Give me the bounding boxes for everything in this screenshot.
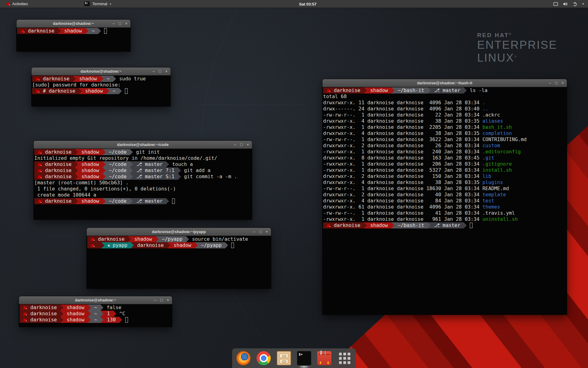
window-titlebar[interactable]: darknoise@shadow:~/code –□× xyxy=(34,141,252,149)
redhat-icon xyxy=(36,78,40,80)
powerline-arrow xyxy=(428,222,431,228)
prompt-segment: shadow xyxy=(78,149,103,155)
terminal-screen[interactable]: darknoiseshadow~sudo true[sudo] password… xyxy=(32,75,171,106)
dock-item-files[interactable] xyxy=(277,351,291,365)
activities-label: Activities xyxy=(12,2,28,6)
ls-filename: CONTRIBUTING.md xyxy=(482,136,527,142)
powerline-arrow xyxy=(178,167,181,174)
terminal-screen[interactable]: darknoiseshadow~/bash-it⎇ masterls -lato… xyxy=(322,87,567,315)
ls-filename: lib xyxy=(482,173,491,179)
prompt-line: darknoiseshadow~/code⎇ master ?:1git add… xyxy=(34,167,251,174)
prompt-segment: # darknoise xyxy=(32,88,79,94)
ls-filename: plugins xyxy=(482,179,503,185)
window-titlebar[interactable]: darknoise@shadow:~ –□× xyxy=(19,296,172,304)
redhat-icon xyxy=(38,200,42,203)
brand-line-1: RED HAT® xyxy=(477,32,557,39)
minimize-button[interactable]: – xyxy=(112,21,115,25)
output-line: [master (root-commit) 50bcb63] . xyxy=(34,180,251,186)
clock[interactable]: Sat 03:57 xyxy=(299,0,316,8)
terminal-cursor xyxy=(172,198,175,204)
window-titlebar[interactable]: darknoise@shadow:~/pyapp –□× xyxy=(87,228,271,236)
ls-fields: drwx------. 24 darknoise darknoise 4096 … xyxy=(323,106,482,112)
close-button[interactable]: × xyxy=(561,81,564,85)
ls-filename: test xyxy=(482,198,494,204)
terminal-screen[interactable]: darknoiseshadow~/codegit initInitialized… xyxy=(34,149,252,220)
dock-item-firefox[interactable] xyxy=(236,351,251,365)
wallpaper-line xyxy=(201,105,305,105)
redhat-icon xyxy=(91,244,95,247)
powerline-arrow xyxy=(75,167,78,174)
prompt-line: darknoiseshadow~sudo true xyxy=(32,76,170,82)
minimize-button[interactable]: – xyxy=(154,298,156,302)
prompt-line: darknoiseshadow~/code⎇ master xyxy=(34,198,251,204)
dock-item-terminal[interactable]: $> xyxy=(297,351,311,365)
dock-item-toolbox[interactable] xyxy=(317,351,331,365)
prompt-segment: darknoise xyxy=(20,317,60,323)
window-title: darknoise@shadow:~/bash-it xyxy=(417,81,473,85)
ls-filename: .git xyxy=(482,155,494,161)
prompt-segment: ~/bash-it xyxy=(394,222,428,228)
powerline-arrow xyxy=(364,87,367,94)
maximize-button[interactable]: □ xyxy=(160,298,163,302)
close-button[interactable]: × xyxy=(167,298,169,302)
maximize-button[interactable]: □ xyxy=(119,21,121,25)
minimize-button[interactable]: – xyxy=(549,81,551,85)
powerline-arrow xyxy=(60,305,63,311)
window-controls: –□× xyxy=(549,79,564,87)
ls-output-line: -rw-rw-r--. 1 darknoise darknoise 41 Jan… xyxy=(323,210,566,216)
activities-button[interactable]: Activities xyxy=(4,0,30,8)
command-text: ls -la xyxy=(467,87,488,94)
terminal-screen[interactable]: darknoiseshadow~/pyappsource bin/activat… xyxy=(87,236,271,289)
redhat-icon xyxy=(326,89,330,92)
ls-filename: bash_it.sh xyxy=(482,124,512,130)
prompt-line: darknoiseshadow~/codegit init xyxy=(34,149,251,155)
close-button[interactable]: × xyxy=(125,21,127,25)
close-button[interactable]: × xyxy=(266,230,268,234)
ls-output-line: drwxrwxr-x. 4 darknoise darknoise 38 Jan… xyxy=(323,130,566,136)
desktop: { "topbar": { "activities_label": "Activ… xyxy=(0,0,588,368)
prompt-segment: shadow xyxy=(78,161,103,167)
powerline-arrow xyxy=(106,88,109,94)
ls-filename: completion xyxy=(482,130,512,136)
minimize-button[interactable]: – xyxy=(234,143,236,147)
close-button[interactable]: × xyxy=(247,143,249,147)
terminal-window-code: darknoise@shadow:~/code –□× darknoisesha… xyxy=(34,141,252,220)
minimize-button[interactable]: – xyxy=(153,69,155,73)
window-title: darknoise@shadow:~/pyapp xyxy=(152,229,206,234)
window-titlebar[interactable]: darknoise@shadow:~/bash-it –□× xyxy=(322,79,567,87)
ls-fields: -rwxrwxr-x. 1 darknoise darknoise 961 Ja… xyxy=(323,216,482,222)
ls-filename: .ackrc xyxy=(482,112,500,118)
ls-fields: -rwxrwxr-x. 1 darknoise darknoise 5327 J… xyxy=(323,167,482,173)
powerline-arrow xyxy=(88,317,91,323)
window-titlebar[interactable]: darknoise@shadow:~ –□× xyxy=(32,67,171,75)
maximize-button[interactable]: □ xyxy=(240,143,243,147)
prompt-segment: shadow xyxy=(131,236,156,242)
system-status-area[interactable] xyxy=(553,0,585,8)
app-menu-button[interactable]: $> Terminal ▾ xyxy=(82,0,114,8)
terminal-screen[interactable]: darknoiseshadow~falsedarknoiseshadow~1^C… xyxy=(19,304,172,327)
powerline-arrow xyxy=(75,161,78,167)
prompt-line: ☯pyappdarknoiseshadow~/pyapp xyxy=(87,242,270,248)
powerline-arrow xyxy=(103,161,106,167)
redhat-icon xyxy=(23,312,27,315)
prompt-segment: shadow xyxy=(78,198,103,204)
window-controls: –□× xyxy=(153,67,168,75)
dock-item-app-grid[interactable] xyxy=(337,351,352,365)
window-titlebar[interactable]: darknoise@shadow:~ –□× xyxy=(17,20,130,28)
dock-item-chrome[interactable] xyxy=(257,351,271,365)
maximize-button[interactable]: □ xyxy=(159,69,161,73)
ls-fields: drwxrwxr-x. 61 darknoise darknoise 4096 … xyxy=(323,204,482,210)
maximize-button[interactable]: □ xyxy=(555,81,558,85)
chevron-down-icon: ▾ xyxy=(110,2,111,6)
close-button[interactable]: × xyxy=(165,69,168,73)
powerline-arrow xyxy=(88,305,91,311)
powerline-arrow xyxy=(167,242,170,248)
maximize-button[interactable]: □ xyxy=(259,230,262,234)
terminal-screen[interactable]: darknoiseshadow~ xyxy=(17,28,130,52)
powerline-arrow xyxy=(130,149,133,155)
prompt-segment: shadow xyxy=(82,88,106,94)
powerline-arrow xyxy=(186,236,189,242)
minimize-button[interactable]: – xyxy=(253,230,255,234)
ls-output-line: -rwxrwxr-x. 1 darknoise darknoise 2205 J… xyxy=(323,124,566,130)
powerline-arrow xyxy=(85,28,89,34)
